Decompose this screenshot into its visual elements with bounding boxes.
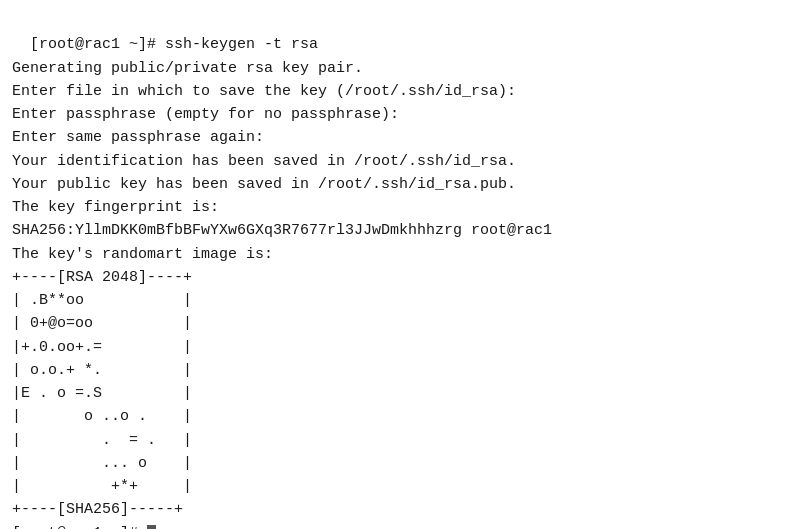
cursor: [147, 525, 156, 530]
terminal-output: [root@rac1 ~]# ssh-keygen -t rsa Generat…: [12, 36, 552, 529]
terminal-window: [root@rac1 ~]# ssh-keygen -t rsa Generat…: [0, 0, 787, 529]
